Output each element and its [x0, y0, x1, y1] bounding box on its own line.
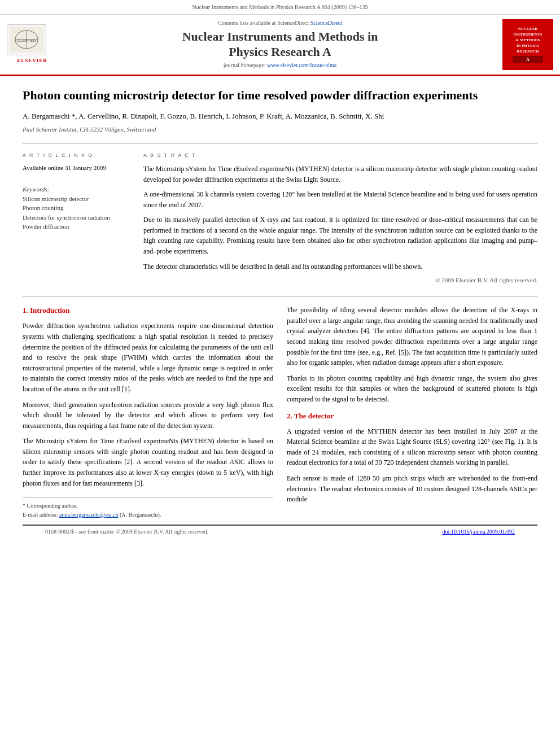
- journal-title: Nuclear Instruments and Methods in Physi…: [63, 29, 497, 59]
- footnote-area: * Corresponding author. E-mail address: …: [23, 497, 273, 519]
- journal-logo-right: NUCLEAR INSTRUMENTS & METHODS IN PHYSICS…: [502, 19, 553, 70]
- keyword-1: Silicon microstrip detector: [23, 194, 130, 204]
- section-1-title: 1. Introduction: [23, 305, 273, 316]
- keyword-3: Detectors for synchrotron radiation: [23, 213, 130, 222]
- article-info-heading: A R T I C L E I N F O: [23, 152, 130, 159]
- info-abstract-row: A R T I C L E I N F O Available online 3…: [23, 152, 537, 285]
- article-title: Photon counting microstrip detector for …: [23, 88, 537, 104]
- section-1-body: Powder diffraction synchrotron radiation…: [23, 321, 273, 488]
- body-two-col: 1. Introduction Powder diffraction synch…: [23, 305, 537, 519]
- intro-p1: Powder diffraction synchrotron radiation…: [23, 321, 273, 394]
- homepage-link[interactable]: www.elsevier.com/locate/nima: [267, 62, 336, 68]
- contents-line: Contents lists available at ScienceDirec…: [63, 19, 497, 28]
- copyright-line: © 2009 Elsevier B.V. All rights reserved…: [143, 276, 537, 285]
- footnote-email: E-mail address: anna.bergamaschi@psi.ch …: [23, 510, 273, 519]
- keywords-label: Keywords:: [23, 185, 130, 194]
- right-p1: The possibility of tiling several detect…: [287, 305, 537, 368]
- detector-p1: A upgraded version of the MYTHEN detecto…: [287, 426, 537, 468]
- divider-2: [23, 296, 537, 297]
- svg-text:& METHODS: & METHODS: [515, 38, 540, 42]
- affiliation: Paul Scherrer Institut, CH-5232 Villigen…: [23, 125, 537, 134]
- elsevier-logo-left: ELSEVIER ELSEVIER: [7, 24, 58, 64]
- abstract-p1: The Microstrip sYstem for Time rEsolved …: [143, 164, 537, 185]
- abstract-p2: A one-dimensional 30 k channels system c…: [143, 189, 537, 210]
- elsevier-graphic: ELSEVIER: [7, 24, 46, 55]
- top-bar: Nuclear Instruments and Methods in Physi…: [0, 0, 560, 15]
- journal-homepage: journal homepage: www.elsevier.com/locat…: [63, 62, 497, 70]
- journal-header: ELSEVIER ELSEVIER Contents lists availab…: [0, 15, 560, 76]
- section-2-body: A upgraded version of the MYTHEN detecto…: [287, 426, 537, 505]
- journal-citation: Nuclear Instruments and Methods in Physi…: [192, 4, 368, 10]
- keyword-4: Powder diffraction: [23, 222, 130, 231]
- svg-text:NUCLEAR: NUCLEAR: [518, 27, 539, 31]
- svg-text:IN PHYSICS: IN PHYSICS: [517, 43, 539, 48]
- doi-link[interactable]: doi:10.1016/j.nima.2009.01.092: [442, 528, 515, 536]
- svg-text:RESEARCH: RESEARCH: [517, 49, 539, 54]
- abstract-text: The Microstrip sYstem for Time rEsolved …: [143, 164, 537, 272]
- intro-p2: Moreover, third generation synchrotron r…: [23, 400, 273, 431]
- bottom-bar: 0168-9002/$ - see front matter © 2009 El…: [23, 525, 537, 539]
- abstract-p4: The detector characteristics will be des…: [143, 261, 537, 272]
- authors: A. Bergamaschi *, A. Cervellino, R. Dina…: [23, 111, 537, 122]
- detector-p2: Each sensor is made of 1280 50 μm pitch …: [287, 473, 537, 505]
- intro-p3: The Microstrip sYstem for Time rEsolved …: [23, 436, 273, 488]
- elsevier-text: ELSEVIER: [7, 57, 58, 64]
- footnote-corresponding: * Corresponding author.: [23, 501, 273, 510]
- right-column: The possibility of tiling several detect…: [287, 305, 537, 519]
- available-online: Available online 31 January 2009: [23, 164, 130, 173]
- sciencedirect-link[interactable]: ScienceDirect: [310, 20, 342, 26]
- keywords-list: Silicon microstrip detector Photon count…: [23, 194, 130, 231]
- right-body-top: The possibility of tiling several detect…: [287, 305, 537, 404]
- abstract-heading: A B S T R A C T: [143, 152, 537, 159]
- svg-text:A: A: [526, 57, 530, 62]
- article-info-panel: A R T I C L E I N F O Available online 3…: [23, 152, 130, 285]
- keyword-2: Photon counting: [23, 203, 130, 213]
- svg-text:INSTRUMENTS: INSTRUMENTS: [513, 32, 542, 37]
- divider-1: [23, 143, 537, 144]
- svg-text:ELSEVIER: ELSEVIER: [17, 38, 36, 43]
- issn-text: 0168-9002/$ - see front matter © 2009 El…: [45, 528, 208, 536]
- main-content: Photon counting microstrip detector for …: [0, 76, 560, 550]
- email-link[interactable]: anna.bergamaschi@psi.ch: [59, 512, 119, 518]
- left-column: 1. Introduction Powder diffraction synch…: [23, 305, 273, 519]
- right-p2: Thanks to its photon counting capability…: [287, 373, 537, 405]
- abstract-p3: Due to its massively parallel detection …: [143, 215, 537, 256]
- abstract-panel: A B S T R A C T The Microstrip sYstem fo…: [143, 152, 537, 285]
- journal-title-area: Contents lists available at ScienceDirec…: [63, 19, 497, 70]
- section-2-title: 2. The detector: [287, 410, 537, 422]
